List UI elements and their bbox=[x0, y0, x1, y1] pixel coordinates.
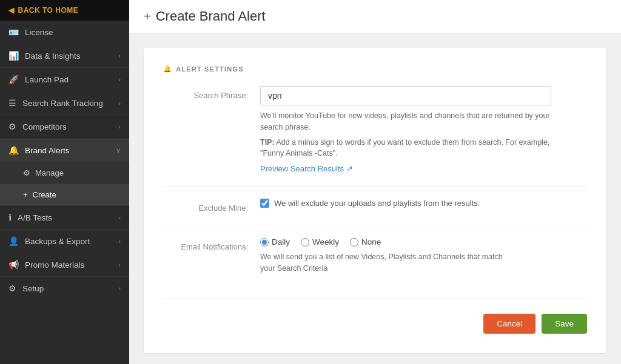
page-title: Create Brand Alert bbox=[156, 8, 266, 24]
sidebar-item-launch-pad[interactable]: 🚀 Launch Pad › bbox=[0, 68, 129, 91]
tip-content: Add a minus sign to words if you want to… bbox=[260, 138, 549, 158]
sidebar-item-label: Brand Alerts bbox=[25, 146, 70, 155]
backups-icon: 👤 bbox=[8, 236, 19, 246]
exclude-mine-checkbox[interactable] bbox=[260, 199, 269, 208]
radio-none-option[interactable]: None bbox=[350, 237, 381, 247]
button-row: Cancel Save bbox=[163, 311, 587, 334]
search-phrase-row: Search Phrase: We'll monitor YouTube for… bbox=[163, 86, 587, 187]
bell-icon: 🔔 bbox=[163, 65, 172, 73]
search-rank-icon: ☰ bbox=[8, 98, 16, 108]
preview-link[interactable]: Preview Search Results ↗ bbox=[260, 164, 353, 173]
search-phrase-content: We'll monitor YouTube for new videos, pl… bbox=[260, 86, 587, 174]
chevron-icon: › bbox=[118, 261, 121, 268]
sidebar-item-license[interactable]: 🪪 License bbox=[0, 21, 129, 44]
search-phrase-input[interactable] bbox=[260, 86, 551, 105]
content-area: 🔔 ALERT SETTINGS Search Phrase: We'll mo… bbox=[129, 33, 621, 364]
competitors-icon: ⚙ bbox=[8, 122, 16, 131]
sidebar-item-label: Promo Materials bbox=[25, 260, 84, 270]
sidebar-item-label: Setup bbox=[22, 284, 44, 293]
launch-pad-icon: 🚀 bbox=[8, 74, 19, 84]
form-divider bbox=[163, 299, 587, 299]
sidebar-item-promo[interactable]: 📢 Promo Materials › bbox=[0, 253, 129, 277]
search-phrase-hint: We'll monitor YouTube for new videos, pl… bbox=[260, 110, 551, 133]
back-to-home-button[interactable]: ◀ BACK TO HOME bbox=[0, 0, 129, 21]
cancel-button[interactable]: Cancel bbox=[483, 314, 535, 334]
section-title-text: ALERT SETTINGS bbox=[176, 65, 244, 73]
alert-settings-card: 🔔 ALERT SETTINGS Search Phrase: We'll mo… bbox=[144, 48, 606, 353]
chevron-icon: › bbox=[118, 52, 121, 59]
search-phrase-label: Search Phrase: bbox=[163, 86, 260, 100]
ab-tests-icon: ℹ bbox=[8, 213, 12, 222]
sidebar-item-label: Competitors bbox=[22, 122, 67, 131]
manage-icon: ⚙ bbox=[23, 168, 30, 177]
exclude-mine-checkbox-label[interactable]: We will exclude your uploads and playlis… bbox=[260, 199, 587, 208]
exclude-mine-row: Exclude Mine: We will exclude your uploa… bbox=[163, 199, 587, 225]
exclude-mine-label: Exclude Mine: bbox=[163, 199, 260, 213]
radio-weekly-label: Weekly bbox=[312, 237, 339, 247]
radio-weekly[interactable] bbox=[301, 238, 309, 247]
external-link-icon: ↗ bbox=[346, 164, 353, 173]
sidebar: ◀ BACK TO HOME 🪪 License 📊 Data & Insigh… bbox=[0, 0, 129, 364]
sidebar-item-backups[interactable]: 👤 Backups & Export › bbox=[0, 230, 129, 253]
tip-text: TIP: Add a minus sign to words if you wa… bbox=[260, 137, 551, 160]
brand-alerts-icon: 🔔 bbox=[8, 145, 19, 155]
page-header: + Create Brand Alert bbox=[129, 0, 621, 33]
hint-main-text: We'll monitor YouTube for new videos, pl… bbox=[260, 111, 550, 131]
radio-daily[interactable] bbox=[260, 238, 269, 247]
license-icon: 🪪 bbox=[8, 27, 19, 37]
radio-daily-label: Daily bbox=[272, 237, 290, 247]
setup-icon: ⚙ bbox=[8, 283, 16, 293]
sidebar-sub-item-label: Manage bbox=[35, 168, 64, 177]
sidebar-item-label: A/B Tests bbox=[18, 213, 52, 222]
back-arrow-icon: ◀ bbox=[8, 6, 15, 15]
sidebar-sub-item-label: Create bbox=[33, 190, 56, 199]
create-icon: + bbox=[23, 190, 28, 199]
data-insights-icon: 📊 bbox=[8, 51, 19, 61]
email-notifications-content: Daily Weekly None We will send you a lis… bbox=[260, 237, 587, 274]
exclude-mine-content: We will exclude your uploads and playlis… bbox=[260, 199, 587, 208]
sidebar-item-setup[interactable]: ⚙ Setup › bbox=[0, 277, 129, 300]
sidebar-item-label: Backups & Export bbox=[25, 237, 90, 246]
radio-weekly-option[interactable]: Weekly bbox=[301, 237, 339, 247]
sidebar-item-search-rank[interactable]: ☰ Search Rank Tracking › bbox=[0, 91, 129, 115]
preview-link-text: Preview Search Results bbox=[260, 164, 344, 173]
sidebar-item-data-insights[interactable]: 📊 Data & Insights › bbox=[0, 44, 129, 68]
email-notifications-row: Email Notifications: Daily Weekly bbox=[163, 237, 587, 286]
sidebar-item-brand-alerts[interactable]: 🔔 Brand Alerts ∨ bbox=[0, 139, 129, 162]
sidebar-sub-item-manage[interactable]: ⚙ Manage bbox=[0, 162, 129, 184]
email-hint-text: We will send you a list of new Videos, P… bbox=[260, 251, 503, 274]
sidebar-sub-item-create[interactable]: + Create bbox=[0, 184, 129, 206]
chevron-icon: › bbox=[118, 99, 121, 107]
email-notifications-label: Email Notifications: bbox=[163, 237, 260, 251]
sidebar-item-ab-tests[interactable]: ℹ A/B Tests › bbox=[0, 206, 129, 230]
sidebar-item-label: Search Rank Tracking bbox=[22, 99, 103, 108]
save-button[interactable]: Save bbox=[542, 314, 587, 334]
sidebar-item-label: Data & Insights bbox=[25, 51, 81, 61]
radio-daily-option[interactable]: Daily bbox=[260, 237, 290, 247]
sidebar-item-label: License bbox=[25, 28, 53, 37]
radio-group: Daily Weekly None bbox=[260, 237, 587, 247]
chevron-down-icon: ∨ bbox=[116, 147, 121, 154]
chevron-icon: › bbox=[118, 285, 121, 292]
radio-none-label: None bbox=[361, 237, 381, 247]
main-content: + Create Brand Alert 🔔 ALERT SETTINGS Se… bbox=[129, 0, 621, 364]
section-title: 🔔 ALERT SETTINGS bbox=[163, 65, 587, 73]
back-to-home-label: BACK TO HOME bbox=[18, 6, 79, 15]
radio-none[interactable] bbox=[350, 238, 358, 247]
exclude-mine-text: We will exclude your uploads and playlis… bbox=[274, 199, 480, 208]
plus-icon: + bbox=[144, 10, 151, 24]
chevron-icon: › bbox=[118, 214, 121, 221]
chevron-icon: › bbox=[118, 76, 121, 83]
chevron-icon: › bbox=[118, 123, 121, 130]
tip-label: TIP: bbox=[260, 138, 275, 147]
sidebar-item-label: Launch Pad bbox=[25, 75, 69, 84]
promo-icon: 📢 bbox=[8, 260, 19, 270]
chevron-icon: › bbox=[118, 237, 121, 245]
sidebar-item-competitors[interactable]: ⚙ Competitors › bbox=[0, 115, 129, 139]
